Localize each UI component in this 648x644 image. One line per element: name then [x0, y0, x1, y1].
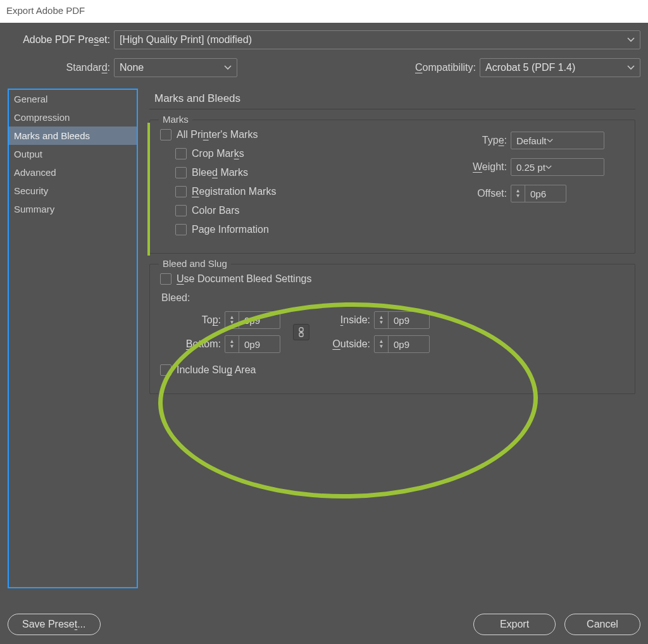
sidebar-item-label: Security — [14, 185, 48, 196]
spinner-arrows-icon[interactable]: ▲▼ — [375, 336, 389, 352]
type-value: Default — [516, 135, 547, 146]
sidebar-item-label: Summary — [14, 204, 54, 214]
bleed-outside-label: Outside: — [322, 338, 370, 350]
standard-select[interactable]: None — [114, 58, 237, 77]
bleed-top-label: Top: — [173, 314, 221, 326]
bleed-bottom-label: Bottom: — [173, 338, 221, 350]
bleed-bottom-value: 0p9 — [239, 336, 280, 352]
bleed-top-spinner[interactable]: ▲▼ 0p9 — [225, 311, 280, 329]
sidebar-item-security[interactable]: Security — [9, 182, 137, 200]
type-select[interactable]: Default — [511, 132, 604, 149]
standard-value: None — [120, 62, 144, 73]
window-title: Export Adobe PDF — [0, 0, 648, 23]
use-doc-bleed-label: Use Document Bleed Settings — [177, 273, 311, 285]
sidebar-item-label: Output — [14, 149, 42, 159]
bleed-marks-checkbox[interactable] — [175, 167, 187, 178]
bleed-top-value: 0p9 — [239, 312, 280, 328]
accent-bar — [147, 123, 150, 256]
marks-legend: Marks — [159, 114, 192, 125]
bleed-outside-value: 0p9 — [389, 336, 429, 352]
panel-title: Marks and Bleeds — [149, 92, 635, 109]
type-label: Type: — [460, 135, 507, 146]
include-slug-label: Include Slug Area — [177, 364, 256, 376]
save-preset-button[interactable]: Save Preset... — [8, 614, 101, 635]
bleed-marks-row: Bleed Marks — [175, 167, 460, 178]
include-slug-checkbox[interactable] — [160, 364, 171, 376]
compat-value: Acrobat 5 (PDF 1.4) — [485, 62, 575, 73]
page-info-label: Page Information — [192, 224, 269, 235]
sidebar-item-label: General — [14, 94, 47, 104]
bleed-legend: Bleed and Slug — [159, 258, 231, 269]
spinner-arrows-icon[interactable]: ▲▼ — [375, 312, 389, 328]
bleed-bottom-spinner[interactable]: ▲▼ 0p9 — [225, 335, 280, 353]
page-info-checkbox[interactable] — [175, 224, 187, 235]
offset-value: 0p6 — [525, 185, 566, 202]
registration-marks-row: Registration Marks — [175, 186, 460, 197]
bleed-inside-value: 0p9 — [389, 312, 429, 328]
bleed-inside-label: Inside: — [322, 314, 370, 326]
bleed-outside-spinner[interactable]: ▲▼ 0p9 — [374, 335, 430, 353]
sidebar-item-marks-bleeds[interactable]: Marks and Bleeds — [9, 127, 137, 145]
color-bars-row: Color Bars — [175, 205, 460, 216]
all-printers-marks-label: All Printer's Marks — [177, 129, 258, 140]
sidebar-item-output[interactable]: Output — [9, 145, 137, 163]
registration-marks-label: Registration Marks — [192, 186, 276, 197]
include-slug-row: Include Slug Area — [160, 364, 625, 376]
bleed-heading: Bleed: — [161, 292, 625, 304]
weight-label: Weight: — [460, 161, 507, 173]
spinner-arrows-icon[interactable]: ▲▼ — [225, 312, 239, 328]
preset-value: [High Quality Print] (modified) — [120, 34, 252, 46]
spinner-arrows-icon[interactable]: ▲▼ — [225, 336, 239, 352]
chevron-down-icon — [627, 37, 635, 42]
sidebar: General Compression Marks and Bleeds Out… — [8, 89, 138, 588]
crop-marks-checkbox[interactable] — [175, 148, 187, 159]
export-button[interactable]: Export — [473, 614, 556, 635]
link-values-icon[interactable] — [293, 324, 309, 340]
offset-label: Offset: — [460, 188, 507, 199]
weight-select[interactable]: 0.25 pt — [511, 158, 604, 176]
standard-label: Standard: — [8, 62, 114, 73]
bleed-marks-label: Bleed Marks — [192, 167, 248, 178]
spinner-arrows-icon[interactable]: ▲▼ — [511, 185, 525, 202]
crop-marks-row: Crop Marks — [175, 148, 460, 159]
sidebar-item-general[interactable]: General — [9, 90, 137, 108]
preset-label: Adobe PDF Preset: — [8, 34, 114, 46]
sidebar-item-summary[interactable]: Summary — [9, 200, 137, 218]
bleed-slug-fieldset: Bleed and Slug Use Document Bleed Settin… — [149, 264, 635, 394]
offset-spinner[interactable]: ▲▼ 0p6 — [511, 185, 566, 202]
compat-select[interactable]: Acrobat 5 (PDF 1.4) — [480, 58, 640, 77]
sidebar-item-advanced[interactable]: Advanced — [9, 163, 137, 182]
color-bars-checkbox[interactable] — [175, 205, 187, 216]
crop-marks-label: Crop Marks — [192, 148, 244, 159]
registration-marks-checkbox[interactable] — [175, 186, 187, 197]
sidebar-item-label: Advanced — [14, 167, 56, 178]
color-bars-label: Color Bars — [192, 205, 240, 216]
bleed-inside-spinner[interactable]: ▲▼ 0p9 — [374, 311, 430, 329]
all-printers-marks-row: All Printer's Marks — [160, 129, 460, 140]
chevron-down-icon — [547, 139, 553, 143]
all-printers-marks-checkbox[interactable] — [160, 129, 171, 140]
use-doc-bleed-row: Use Document Bleed Settings — [160, 273, 625, 285]
sidebar-item-label: Marks and Bleeds — [14, 130, 90, 141]
preset-select[interactable]: [High Quality Print] (modified) — [114, 30, 640, 49]
chevron-down-icon — [224, 65, 232, 70]
use-doc-bleed-checkbox[interactable] — [160, 273, 171, 285]
page-info-row: Page Information — [175, 224, 460, 235]
sidebar-item-label: Compression — [14, 112, 70, 123]
chevron-down-icon — [627, 65, 635, 70]
marks-fieldset: Marks All Printer's Marks Crop Marks — [149, 120, 635, 254]
weight-value: 0.25 pt — [516, 162, 545, 173]
cancel-button[interactable]: Cancel — [564, 614, 640, 635]
sidebar-item-compression[interactable]: Compression — [9, 108, 137, 127]
compat-label: Compatibility: — [415, 62, 476, 73]
chevron-down-icon — [545, 165, 552, 170]
